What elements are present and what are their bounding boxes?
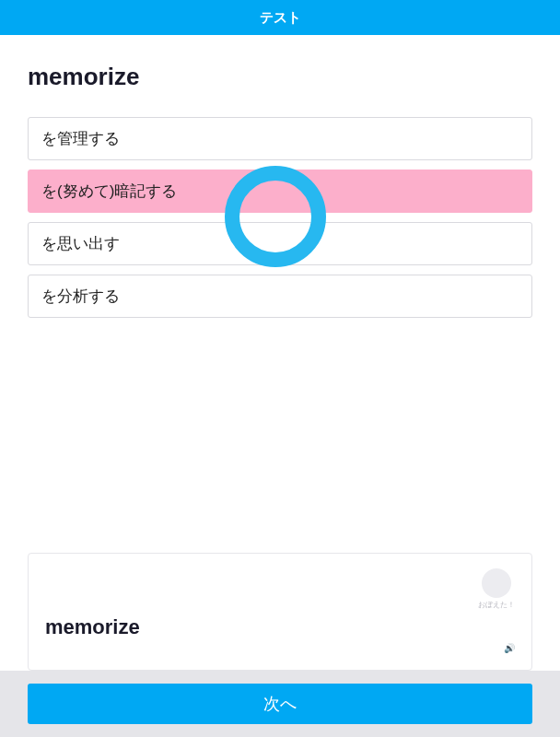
next-button[interactable]: 次へ xyxy=(28,684,532,724)
status-circle-icon[interactable] xyxy=(482,568,511,598)
choice-list: を管理する を(努めて)暗記する を思い出す を分析する xyxy=(28,117,532,318)
top-bar: テスト xyxy=(0,0,560,35)
status-caption: おぼえた！ xyxy=(478,600,515,610)
question-word: memorize xyxy=(28,63,532,91)
choice-option[interactable]: を(努めて)暗記する xyxy=(28,170,532,213)
choice-option[interactable]: を思い出す xyxy=(28,222,532,265)
main-content: memorize を管理する を(努めて)暗記する を思い出す を分析する xyxy=(0,35,560,318)
sound-icon[interactable]: 🔊 xyxy=(504,643,515,653)
page-title: テスト xyxy=(260,9,301,27)
choice-option[interactable]: を管理する xyxy=(28,117,532,160)
answer-card: おぼえた！ memorize 🔊 xyxy=(28,553,532,671)
card-header: おぼえた！ xyxy=(45,568,515,610)
choice-option[interactable]: を分析する xyxy=(28,275,532,318)
card-status: おぼえた！ xyxy=(478,568,515,610)
card-word: memorize xyxy=(45,615,515,639)
bottom-bar: 次へ xyxy=(0,671,560,737)
